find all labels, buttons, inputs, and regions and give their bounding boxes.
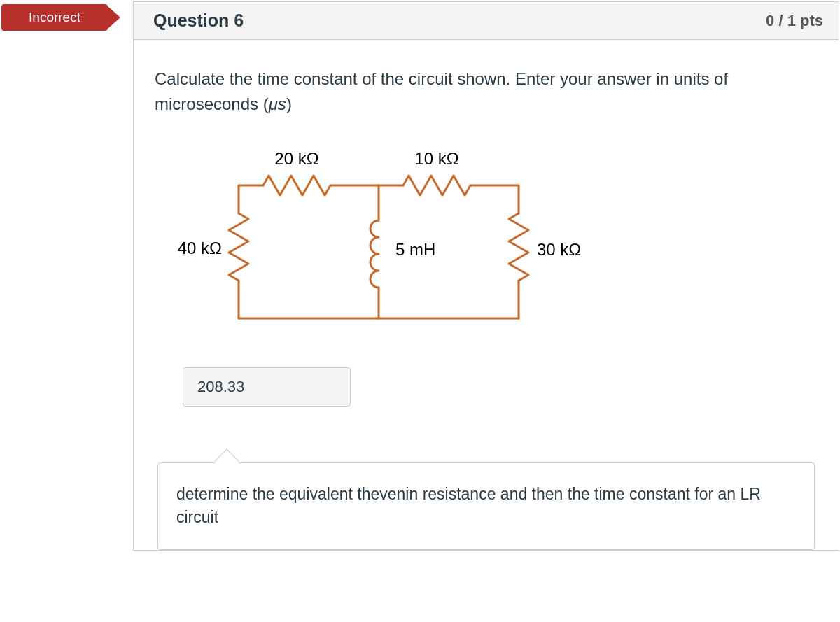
question-points: 0 / 1 pts	[766, 12, 823, 30]
circuit-svg: 20 kΩ 10 kΩ 40 kΩ 5 mH 30 kΩ	[155, 136, 603, 332]
circuit-diagram: 20 kΩ 10 kΩ 40 kΩ 5 mH 30 kΩ	[155, 136, 818, 332]
label-inductor: 5 mH	[396, 240, 435, 259]
label-r-right: 30 kΩ	[537, 240, 581, 259]
answer-value: 208.33	[197, 378, 244, 395]
status-badge: Incorrect	[1, 4, 108, 31]
prompt-text-pre: Calculate the time constant of the circu…	[155, 69, 728, 113]
feedback-text: determine the equivalent thevenin resist…	[176, 485, 761, 526]
status-column: Incorrect	[1, 1, 133, 551]
question-title: Question 6	[153, 10, 244, 31]
feedback-container: determine the equivalent thevenin resist…	[158, 462, 815, 550]
feedback-box: determine the equivalent thevenin resist…	[158, 462, 815, 550]
status-label: Incorrect	[29, 10, 80, 24]
prompt-text-post: )	[286, 94, 292, 113]
question-main: Question 6 0 / 1 pts Calculate the time …	[133, 1, 839, 551]
question-body: Calculate the time constant of the circu…	[134, 40, 839, 550]
answer-input[interactable]: 208.33	[183, 367, 351, 407]
question-header: Question 6 0 / 1 pts	[134, 1, 839, 40]
question-prompt: Calculate the time constant of the circu…	[155, 66, 818, 117]
label-r-left: 40 kΩ	[178, 239, 222, 257]
label-r-top-right: 10 kΩ	[414, 149, 458, 168]
prompt-mu: μs	[269, 94, 286, 113]
label-r-top-left: 20 kΩ	[274, 149, 318, 168]
question-container: Incorrect Question 6 0 / 1 pts Calculate…	[1, 1, 839, 551]
